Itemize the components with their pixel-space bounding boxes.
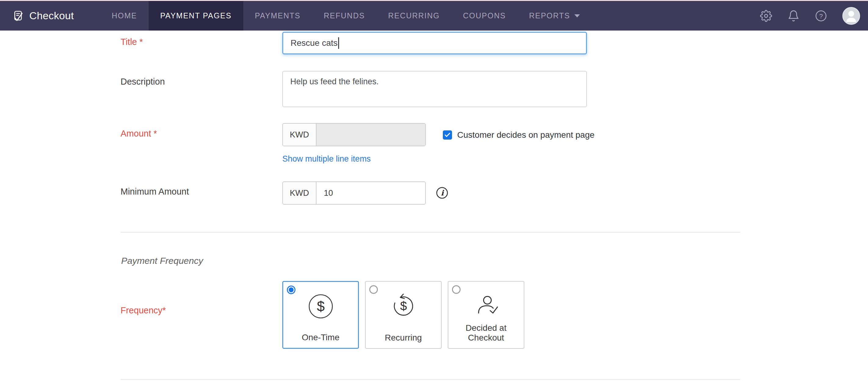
frequency-option-recurring[interactable]: $ Recurring — [365, 281, 442, 349]
nav-item-reports[interactable]: REPORTS — [517, 1, 591, 31]
chevron-down-icon — [575, 14, 580, 18]
frequency-option-label: Recurring — [376, 333, 430, 343]
frequency-option-label: One-Time — [293, 333, 348, 343]
svg-text:$: $ — [400, 299, 406, 313]
notifications-icon[interactable] — [787, 10, 800, 22]
section-divider-top — [121, 232, 740, 233]
settings-icon[interactable] — [760, 10, 772, 22]
nav-item-recurring[interactable]: RECURRING — [377, 1, 452, 31]
recurring-cycle-icon: $ — [391, 293, 416, 319]
minimum-amount-currency: KWD — [283, 182, 316, 204]
info-icon[interactable]: i — [436, 187, 448, 199]
radio-decided-at-checkout[interactable] — [452, 285, 461, 294]
customer-decides-checkbox[interactable] — [443, 130, 452, 140]
description-textarea[interactable]: Help us feed the felines. — [282, 71, 587, 107]
radio-recurring[interactable] — [369, 285, 378, 294]
title-input[interactable]: Rescue cats — [282, 32, 587, 54]
user-avatar[interactable] — [842, 7, 860, 25]
nav-item-payment-pages[interactable]: PAYMENT PAGES — [149, 1, 243, 31]
amount-input[interactable] — [316, 124, 425, 146]
one-time-dollar-icon: $ — [308, 294, 334, 319]
customer-decides-label[interactable]: Customer decides on payment page — [457, 130, 594, 140]
minimum-amount-label: Minimum Amount — [121, 187, 189, 197]
payment-page-editor: Checkout HOME PAYMENT PAGES PAYMENTS REF… — [0, 0, 868, 383]
brand-title: Checkout — [29, 10, 74, 22]
payment-frequency-heading: Payment Frequency — [121, 256, 203, 266]
title-label: Title * — [121, 37, 143, 47]
amount-input-group: KWD — [282, 123, 426, 146]
svg-text:i: i — [441, 188, 444, 197]
top-navbar: Checkout HOME PAYMENT PAGES PAYMENTS REF… — [0, 1, 868, 31]
nav-item-payments[interactable]: PAYMENTS — [243, 1, 312, 31]
nav-item-home[interactable]: HOME — [100, 1, 149, 31]
amount-currency: KWD — [283, 124, 316, 146]
frequency-label: Frequency* — [121, 305, 166, 316]
frequency-option-one-time[interactable]: $ One-Time — [282, 281, 359, 349]
nav-menu: HOME PAYMENT PAGES PAYMENTS REFUNDS RECU… — [100, 1, 591, 31]
text-cursor — [338, 37, 339, 49]
minimum-amount-input[interactable]: 10 — [316, 182, 425, 204]
title-value: Rescue cats — [290, 38, 338, 48]
svg-text:?: ? — [819, 12, 823, 19]
frequency-option-decided-at-checkout[interactable]: Decided at Checkout — [448, 281, 524, 349]
description-value: Help us feed the felines. — [290, 77, 379, 86]
brand[interactable]: Checkout — [0, 1, 74, 31]
nav-right-icons: ? — [760, 1, 868, 31]
decided-at-checkout-person-icon — [473, 293, 499, 319]
checkout-receipt-pen-icon — [12, 10, 24, 22]
description-label: Description — [121, 77, 165, 87]
svg-text:$: $ — [317, 298, 325, 314]
radio-one-time[interactable] — [287, 286, 296, 294]
nav-item-refunds[interactable]: REFUNDS — [312, 1, 377, 31]
frequency-option-label: Decided at Checkout — [448, 323, 524, 343]
frequency-options: $ One-Time $ Recurring — [282, 281, 524, 349]
nav-item-coupons[interactable]: COUPONS — [452, 1, 517, 31]
show-multiple-line-items-link[interactable]: Show multiple line items — [282, 154, 371, 164]
amount-label: Amount * — [121, 128, 157, 139]
section-divider-bottom — [121, 379, 740, 380]
help-icon[interactable]: ? — [815, 10, 827, 22]
window-top-strip — [0, 0, 868, 1]
minimum-amount-input-group: KWD 10 — [282, 181, 426, 205]
